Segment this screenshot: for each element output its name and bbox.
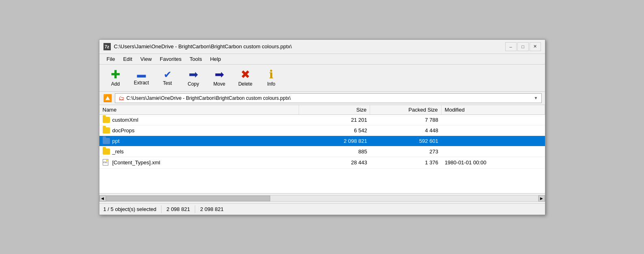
add-button[interactable]: ✚ Add bbox=[103, 67, 128, 89]
cell-name: _rels bbox=[99, 146, 299, 157]
extract-icon: ▬ bbox=[137, 70, 146, 79]
main-window: 7z C:\Users\Jamie\OneDrive - BrightCarbo… bbox=[99, 39, 545, 215]
window-title: C:\Users\Jamie\OneDrive - BrightCarbon\B… bbox=[114, 43, 292, 50]
move-icon: ➡ bbox=[215, 69, 224, 80]
info-label: Info bbox=[267, 81, 275, 87]
status-packed: 2 098 821 bbox=[200, 205, 228, 213]
cell-size: 21 201 bbox=[299, 115, 370, 125]
folder-icon bbox=[103, 127, 110, 133]
delete-button[interactable]: ✖ Delete bbox=[233, 67, 258, 89]
cell-packed: 7 788 bbox=[370, 115, 442, 125]
table-row[interactable]: XML [Content_Types].xml 28 443 1 376 198… bbox=[99, 157, 545, 169]
delete-icon: ✖ bbox=[241, 69, 250, 80]
file-name: docProps bbox=[112, 127, 135, 133]
title-bar: 7z C:\Users\Jamie\OneDrive - BrightCarbo… bbox=[99, 40, 545, 54]
extract-button[interactable]: ▬ Extract bbox=[129, 68, 154, 88]
file-name: _rels bbox=[112, 149, 124, 155]
cell-packed: 4 448 bbox=[370, 125, 442, 136]
add-icon: ✚ bbox=[111, 69, 120, 80]
copy-button[interactable]: ➡ Copy bbox=[181, 67, 206, 89]
move-button[interactable]: ➡ Move bbox=[207, 67, 232, 89]
info-button[interactable]: ℹ Info bbox=[259, 67, 284, 89]
menu-bar: File Edit View Favorites Tools Help bbox=[99, 54, 545, 65]
file-name: ppt bbox=[112, 138, 120, 144]
column-header-packed[interactable]: Packed Size bbox=[370, 105, 441, 114]
pptx-icon: 🗂 bbox=[118, 95, 124, 101]
horizontal-scrollbar: ◀ ▶ bbox=[99, 193, 545, 203]
cell-size: 885 bbox=[299, 146, 370, 157]
cell-modified bbox=[442, 149, 545, 153]
file-list-header: Name Size Packed Size Modified bbox=[99, 105, 545, 115]
file-name: customXml bbox=[112, 117, 138, 123]
folder-blue-icon bbox=[103, 138, 110, 144]
info-icon: ℹ bbox=[269, 69, 274, 80]
title-bar-left: 7z C:\Users\Jamie\OneDrive - BrightCarbo… bbox=[103, 43, 292, 50]
cell-packed: 273 bbox=[370, 146, 442, 157]
cell-size: 28 443 bbox=[299, 157, 370, 168]
cell-modified bbox=[442, 139, 545, 143]
cell-modified bbox=[442, 128, 545, 132]
move-label: Move bbox=[213, 81, 225, 87]
toolbar: ✚ Add ▬ Extract ✔ Test ➡ Copy ➡ Move ✖ D… bbox=[99, 65, 545, 92]
file-list: Name Size Packed Size Modified customXml… bbox=[99, 105, 545, 193]
app-icon: 7z bbox=[103, 43, 111, 50]
cell-size: 2 098 821 bbox=[299, 136, 370, 146]
navigate-up-icon: 🔼 bbox=[103, 94, 112, 103]
table-row[interactable]: docProps 6 542 4 448 bbox=[99, 125, 545, 136]
close-button[interactable]: ✕ bbox=[530, 42, 541, 51]
status-bar: 1 / 5 object(s) selected 2 098 821 2 098… bbox=[99, 203, 545, 215]
test-icon: ✔ bbox=[164, 70, 172, 80]
column-header-name[interactable]: Name bbox=[99, 105, 299, 114]
address-text: C:\Users\Jamie\OneDrive - BrightCarbon\B… bbox=[127, 95, 532, 101]
scroll-left-button[interactable]: ◀ bbox=[99, 195, 106, 202]
cell-size: 6 542 bbox=[299, 125, 370, 136]
delete-label: Delete bbox=[238, 81, 252, 87]
add-label: Add bbox=[111, 81, 120, 87]
cell-packed: 1 376 bbox=[370, 157, 442, 168]
empty-space bbox=[99, 169, 545, 193]
cell-modified bbox=[442, 118, 545, 122]
menu-favorites[interactable]: Favorites bbox=[156, 55, 185, 63]
xml-file-icon: XML bbox=[103, 159, 110, 166]
test-label: Test bbox=[163, 80, 172, 86]
status-selection: 1 / 5 object(s) selected bbox=[103, 205, 162, 213]
menu-view[interactable]: View bbox=[136, 55, 156, 63]
cell-name: docProps bbox=[99, 125, 299, 136]
column-header-modified[interactable]: Modified bbox=[442, 105, 545, 114]
address-bar: 🔼 🗂 C:\Users\Jamie\OneDrive - BrightCarb… bbox=[99, 92, 545, 105]
maximize-button[interactable]: □ bbox=[517, 42, 529, 51]
menu-file[interactable]: File bbox=[103, 55, 119, 63]
menu-tools[interactable]: Tools bbox=[185, 55, 206, 63]
address-dropdown-icon[interactable]: ▼ bbox=[534, 96, 538, 100]
test-button[interactable]: ✔ Test bbox=[155, 68, 180, 88]
address-field[interactable]: 🗂 C:\Users\Jamie\OneDrive - BrightCarbon… bbox=[115, 93, 542, 103]
cell-name: XML [Content_Types].xml bbox=[99, 157, 299, 168]
copy-label: Copy bbox=[187, 81, 199, 87]
column-header-size[interactable]: Size bbox=[299, 105, 370, 114]
cell-modified: 1980-01-01 00:00 bbox=[442, 157, 545, 168]
table-row[interactable]: _rels 885 273 bbox=[99, 146, 545, 157]
extract-label: Extract bbox=[134, 80, 149, 86]
folder-icon bbox=[103, 117, 110, 123]
scroll-right-button[interactable]: ▶ bbox=[538, 195, 545, 202]
scrollbar-thumb[interactable] bbox=[106, 196, 270, 201]
menu-help[interactable]: Help bbox=[206, 55, 225, 63]
scrollbar-track[interactable] bbox=[106, 195, 538, 202]
cell-packed: 592 601 bbox=[370, 136, 442, 146]
navigate-up-button[interactable]: 🔼 bbox=[103, 93, 112, 103]
copy-icon: ➡ bbox=[189, 69, 198, 80]
table-row[interactable]: ppt 2 098 821 592 601 bbox=[99, 136, 545, 146]
title-controls: – □ ✕ bbox=[505, 42, 541, 51]
folder-icon bbox=[103, 149, 110, 155]
menu-edit[interactable]: Edit bbox=[119, 55, 136, 63]
cell-name: customXml bbox=[99, 115, 299, 125]
cell-name: ppt bbox=[99, 136, 299, 146]
file-name: [Content_Types].xml bbox=[112, 159, 161, 166]
status-size: 2 098 821 bbox=[166, 205, 195, 213]
minimize-button[interactable]: – bbox=[505, 42, 517, 51]
table-row[interactable]: customXml 21 201 7 788 bbox=[99, 115, 545, 125]
